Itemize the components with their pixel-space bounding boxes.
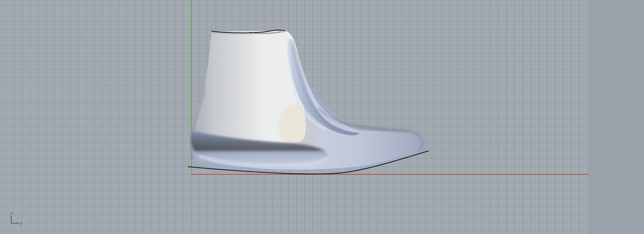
- gizmo-z-label: z: [11, 211, 13, 215]
- axis-gizmo: z y: [11, 211, 22, 225]
- gizmo-y-label: y: [20, 221, 22, 225]
- viewport-scene: z y: [0, 0, 644, 234]
- cad-viewport[interactable]: z y: [0, 0, 644, 234]
